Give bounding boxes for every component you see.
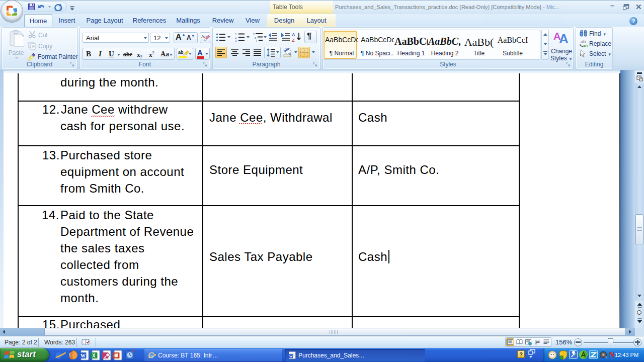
svg-text:A: A [559, 31, 569, 45]
svg-text:ab: ab [178, 50, 184, 55]
svg-text:Z: Z [292, 38, 295, 42]
svg-text:W: W [289, 354, 293, 358]
svg-text:A: A [292, 32, 295, 37]
svg-text:Aa: Aa [201, 34, 207, 39]
svg-text:W: W [80, 353, 86, 358]
svg-text:ac: ac [583, 43, 588, 48]
svg-text:2: 2 [235, 36, 237, 39]
svg-text:1: 1 [235, 33, 237, 36]
svg-text:3: 3 [235, 39, 237, 42]
svg-text:X: X [92, 353, 96, 358]
svg-text:a: a [255, 36, 257, 39]
svg-text:1: 1 [253, 33, 255, 36]
svg-text:i: i [256, 39, 257, 42]
